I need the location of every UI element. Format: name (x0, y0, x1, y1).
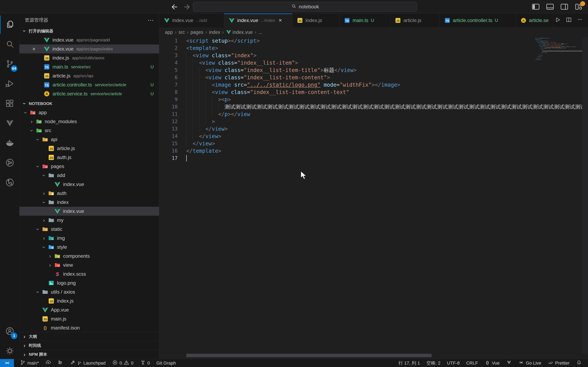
split-editor-button[interactable] (565, 16, 573, 25)
toggle-secondary-sidebar-icon[interactable] (560, 2, 569, 11)
activity-item-docker[interactable] (0, 134, 19, 152)
tree-item-label: App.vue (51, 307, 69, 313)
nav-back-icon[interactable] (170, 2, 179, 11)
open-editor-index.js[interactable]: JSindex.jsapp/src/utils/axios (19, 53, 159, 62)
open-editor-index.vue[interactable]: ×index.vueapp/src/pages/index (19, 44, 159, 53)
tab-main.ts[interactable]: TSmain.tsU (339, 13, 390, 27)
tree-item-img[interactable]: ›img (19, 234, 159, 243)
tree-item-add[interactable]: ›add (19, 171, 159, 180)
status-git-branch[interactable]: main* (20, 360, 39, 367)
tree-item-article.js[interactable]: JSarticle.js (19, 144, 159, 153)
more-actions-button[interactable]: ⋯ (576, 16, 584, 25)
activity-item-source-control[interactable]: 64 (0, 55, 19, 73)
tree-item-manifest.ison[interactable]: {}manifest.ison (19, 323, 159, 332)
tab-article.controller.ts[interactable]: TSarticle.controller.tsU (440, 13, 516, 27)
minimap[interactable]: <script setup></script><template> <view … (535, 38, 582, 343)
tree-item-api[interactable]: ›+api (19, 135, 159, 144)
section-NPM 脚本[interactable]: ›NPM 脚本 (19, 350, 159, 359)
tree-item-src[interactable]: ›</>src (19, 126, 159, 135)
open-editor-article.js[interactable]: JSarticle.jsapp/src/api (19, 71, 159, 80)
tree-item-auth.js[interactable]: JSauth.js (19, 153, 159, 162)
activity-item-extensions[interactable] (0, 95, 19, 113)
tree-item-utils-axios[interactable]: ›utils / axios (19, 287, 159, 296)
section-大纲[interactable]: ›大纲 (19, 332, 159, 341)
activity-item-account[interactable]: 1 (0, 322, 19, 341)
open-editors-header[interactable]: › 打开的编辑器 (19, 26, 159, 35)
status-language-mode[interactable]: {}Vue (484, 360, 500, 367)
tree-item-index.vue[interactable]: index.vue (19, 207, 159, 216)
tree-item-index[interactable]: ›index (19, 198, 159, 207)
tree-item-index.js[interactable]: JSindex.js (19, 296, 159, 305)
ts-file-icon: TS (444, 17, 450, 24)
open-editor-main.ts[interactable]: TSmain.tsservice/srcU (19, 62, 159, 71)
breadcrumb-item-index.vue[interactable]: index.vue (226, 29, 253, 35)
run-button[interactable] (554, 16, 562, 25)
status-problems[interactable]: 00 (112, 360, 134, 367)
tree-item-static[interactable]: ›≡static (19, 225, 159, 234)
status-notifications[interactable] (576, 360, 582, 367)
activity-item-gitlens[interactable] (0, 174, 19, 192)
activity-item-explorer[interactable] (0, 16, 19, 34)
open-editor-article.service.ts[interactable]: Aarticle.service.tsservice/src/articleU (19, 89, 159, 98)
horizontal-scrollbar[interactable] (186, 354, 432, 357)
activity-item-git-graph-view[interactable] (0, 154, 19, 172)
toggle-sidebar-icon[interactable] (531, 2, 540, 11)
status-git-graph[interactable]: Git Graph (156, 360, 176, 366)
status-graph[interactable] (58, 360, 63, 367)
tab-index.js[interactable]: JSindex.js (292, 13, 339, 27)
status-volar[interactable] (506, 360, 512, 367)
toggle-panel-icon[interactable] (545, 2, 554, 11)
close-icon[interactable]: × (279, 17, 282, 24)
open-editor-article.controller.ts[interactable]: TSarticle.controller.tsservice/src/artic… (19, 80, 159, 89)
js-file-icon: JS (297, 17, 303, 24)
status-eol[interactable]: CRLF (466, 360, 478, 366)
status-go-live[interactable]: Go Live (518, 360, 541, 367)
activity-item-settings[interactable] (0, 342, 19, 360)
tree-item-auth[interactable]: ›auth (19, 189, 159, 198)
status-encoding[interactable]: UTF-8 (447, 360, 459, 366)
code-editor[interactable]: 1<script setup></script>2<template>3 <vi… (159, 37, 582, 354)
breadcrumb-item-pages[interactable]: pages (190, 30, 203, 35)
status-launchpad[interactable]: Launchpad (70, 360, 105, 367)
close-icon[interactable]: × (31, 46, 37, 52)
tree-item-logo.png[interactable]: logo.png (19, 278, 159, 287)
tree-item-app[interactable]: ›app (19, 108, 159, 117)
breadcrumb-item-index[interactable]: index (209, 30, 220, 35)
status-indentation[interactable]: 空格: 2 (426, 360, 440, 366)
tree-item-App.vue[interactable]: App.vue (19, 305, 159, 314)
status-prettier[interactable]: Prettier (548, 360, 570, 367)
tab-article.se[interactable]: Aarticle.se (516, 13, 553, 27)
command-center-search[interactable]: notebook (193, 2, 417, 12)
tree-item-view[interactable]: ›<>view (19, 261, 159, 269)
tree-item-my[interactable]: ›my (19, 216, 159, 225)
status-cursor-position[interactable]: 行 17, 列 1 (398, 360, 420, 366)
account-badge: 1 (11, 333, 17, 339)
search-text: notebook (299, 4, 319, 9)
status-publish[interactable] (45, 360, 51, 367)
vertical-scrollbar[interactable] (582, 37, 588, 354)
activity-item-run-debug[interactable] (0, 75, 19, 93)
tab-index.vue[interactable]: index.vue.../index× (224, 13, 292, 27)
breadcrumb-item-app[interactable]: app (165, 30, 173, 35)
tree-item-index.scss[interactable]: Sindex.scss (19, 269, 159, 278)
tree-item-index.vue[interactable]: index.vue (19, 180, 159, 189)
chevron-right-icon: › (40, 190, 48, 197)
section-时间线[interactable]: ›时间线 (19, 341, 159, 350)
sidebar-more-actions-icon[interactable]: ⋯ (148, 17, 154, 24)
breadcrumb-item-src[interactable]: src (178, 30, 185, 35)
activity-item-search[interactable] (0, 35, 19, 54)
remote-indicator[interactable]: >< (0, 359, 14, 367)
tree-item-pages[interactable]: ›<>pages (19, 162, 159, 171)
tab-index.vue[interactable]: index.vue.../add (159, 13, 224, 27)
breadcrumb-item-...[interactable]: ... (259, 30, 262, 35)
status-ports[interactable]: 0 (140, 360, 150, 367)
tree-item-main.js[interactable]: JSmain.js (19, 314, 159, 323)
tab-article.js[interactable]: JSarticle.js (390, 13, 440, 27)
tree-item-node_modules[interactable]: ›node_modules (19, 117, 159, 126)
project-section-header[interactable]: › NOTEBOOK (19, 99, 159, 108)
open-editor-index.vue[interactable]: index.vueapp/src/pages/add (19, 35, 159, 44)
nav-forward-icon[interactable] (182, 2, 191, 11)
tree-item-style[interactable]: ›style (19, 243, 159, 252)
tree-item-components[interactable]: ›components (19, 252, 159, 261)
activity-item-vue-extension[interactable] (0, 114, 19, 133)
